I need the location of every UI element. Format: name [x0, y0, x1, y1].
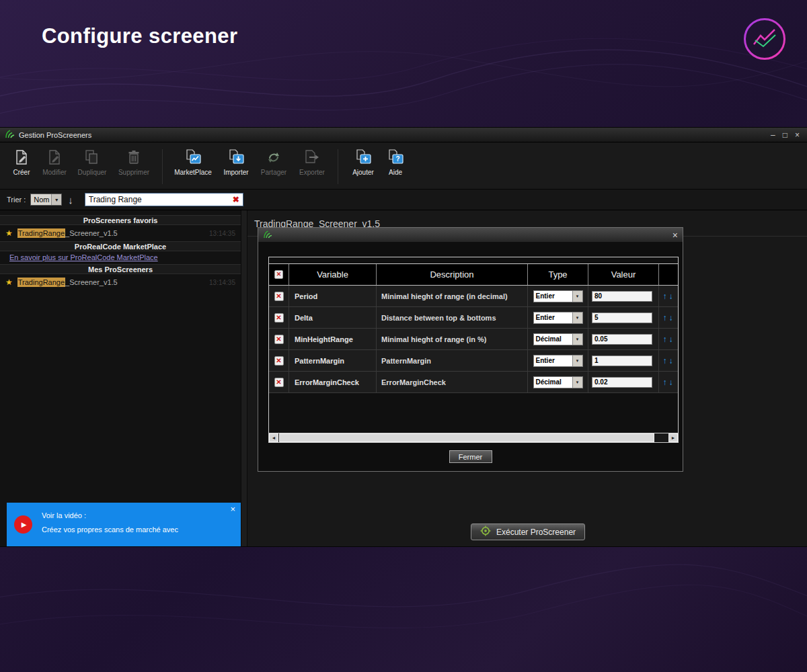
play-icon: ▶	[22, 521, 27, 528]
scroll-right-button[interactable]: ►	[668, 433, 678, 442]
type-select[interactable]: Décimal ▼	[533, 333, 583, 345]
toolbar-button-supprimer[interactable]: Supprimer	[112, 148, 156, 176]
marketplace-link[interactable]: En savoir plus sur ProRealCode MarketPla…	[0, 251, 241, 264]
search-box: ✖	[85, 193, 243, 206]
table-header-row: ✕ Variable Description Type Valeur	[269, 264, 678, 286]
toolbar-label: Importer	[223, 169, 248, 176]
header-description: Description	[377, 264, 528, 285]
section-header-my-screeners: Mes ProScreeners	[0, 264, 241, 274]
move-up-button[interactable]: ↑	[663, 292, 667, 300]
type-select[interactable]: Décimal ▼	[533, 376, 583, 388]
move-down-button[interactable]: ↓	[669, 292, 673, 300]
banner-line1: Voir la vidéo :	[42, 511, 178, 519]
clear-search-button[interactable]: ✖	[233, 195, 239, 204]
value-input[interactable]	[592, 334, 652, 345]
toolbar-button-marketplace[interactable]: MarketPlace	[169, 148, 217, 176]
maximize-button[interactable]: □	[783, 130, 787, 140]
toolbar-button-importer[interactable]: Importer	[217, 148, 255, 176]
table-row: ✕ MinHeightRange Minimal hieght of range…	[269, 329, 678, 350]
header-valeur: Valeur	[588, 264, 659, 285]
value-input[interactable]	[592, 377, 652, 388]
chevron-down-icon: ▼	[572, 355, 582, 366]
dialog-titlebar[interactable]: ×	[258, 228, 683, 242]
fermer-button[interactable]: Fermer	[449, 450, 492, 463]
star-icon: ★	[5, 278, 13, 286]
item-label: _Screener_v1.5	[65, 278, 118, 286]
delete-row-button[interactable]: ✕	[274, 378, 284, 387]
scrollbar-track[interactable]	[654, 433, 668, 442]
sort-select[interactable]: Nom ▼	[30, 194, 62, 206]
list-item-my-screener[interactable]: ★ TradingRange _Screener_v1.5 13:14:35	[0, 276, 241, 289]
chevron-down-icon: ▼	[572, 291, 582, 302]
header-reorder	[659, 264, 677, 285]
dialog-close-button[interactable]: ×	[672, 230, 678, 240]
variable-name: MinHeightRange	[289, 329, 377, 349]
toolbar-button-aide[interactable]: ? Aide	[382, 148, 409, 176]
table-row: ✕ PatternMargin PatternMargin Entier ▼	[269, 350, 678, 372]
move-up-button[interactable]: ↑	[663, 314, 667, 322]
header-variable: Variable	[289, 264, 377, 285]
search-match-highlight: TradingRange	[17, 278, 65, 287]
type-select[interactable]: Entier ▼	[533, 290, 583, 302]
window-titlebar[interactable]: Gestion ProScreeners – □ ×	[0, 128, 807, 142]
star-icon: ★	[5, 229, 13, 237]
variable-name: ErrorMarginCheck	[289, 372, 377, 392]
play-video-button[interactable]: ▶	[14, 515, 32, 534]
value-input[interactable]	[592, 312, 652, 323]
type-select[interactable]: Entier ▼	[533, 312, 583, 324]
move-down-button[interactable]: ↓	[669, 378, 673, 386]
variables-dialog: × ✕ Variable Description Type	[258, 227, 683, 472]
move-down-button[interactable]: ↓	[669, 357, 673, 365]
type-select[interactable]: Entier ▼	[533, 355, 583, 367]
panel-splitter[interactable]	[241, 210, 247, 546]
toolbar-button-modifier[interactable]: Modifier	[36, 148, 73, 176]
page-background: Configure screener Gesti	[0, 0, 807, 672]
toolbar-separator	[162, 149, 163, 184]
dialog-sprout-icon	[263, 229, 272, 241]
video-banner: × ▶ Voir la vidéo : Créez vos propres sc…	[7, 503, 241, 546]
create-icon	[12, 148, 31, 167]
search-match-highlight: TradingRange	[17, 228, 65, 238]
close-button[interactable]: ×	[795, 130, 800, 140]
value-input[interactable]	[592, 291, 652, 302]
list-item-favorite-screener[interactable]: ★ TradingRange _Screener_v1.5 13:14:35	[0, 226, 241, 240]
item-timestamp: 13:14:35	[209, 230, 235, 237]
delete-row-button[interactable]: ✕	[274, 313, 284, 323]
toolbar-label: Aide	[389, 169, 402, 176]
delete-row-button[interactable]: ✕	[274, 292, 284, 301]
header-remove-column: ✕	[269, 264, 289, 285]
scrollbar-thumb[interactable]	[279, 433, 654, 442]
variable-description: ErrorMarginCheck	[377, 372, 528, 392]
type-select-value: Entier	[534, 292, 572, 300]
banner-close-icon[interactable]: ×	[230, 505, 235, 513]
toolbar-label: Dupliquer	[78, 169, 107, 176]
type-select-value: Entier	[534, 314, 572, 321]
delete-row-button[interactable]: ✕	[274, 335, 284, 344]
sort-select-value: Nom	[31, 196, 51, 204]
toolbar-button-dupliquer[interactable]: Dupliquer	[73, 148, 112, 176]
move-up-button[interactable]: ↑	[663, 378, 667, 386]
delete-row-button[interactable]: ✕	[274, 356, 284, 366]
horizontal-scrollbar[interactable]: ◄ ►	[269, 433, 678, 442]
toolbar-button-partager[interactable]: Partager	[255, 148, 293, 176]
minimize-button[interactable]: –	[771, 130, 775, 140]
execute-target-icon	[480, 526, 491, 538]
item-label: _Screener_v1.5	[65, 229, 118, 237]
move-down-button[interactable]: ↓	[669, 314, 673, 322]
move-down-button[interactable]: ↓	[669, 335, 673, 343]
toolbar-button-ajouter[interactable]: Ajouter	[344, 148, 382, 176]
move-up-button[interactable]: ↑	[663, 335, 667, 343]
scroll-left-button[interactable]: ◄	[269, 433, 278, 442]
app-window: Gestion ProScreeners – □ × Créer	[0, 128, 807, 546]
toolbar-button-creer[interactable]: Créer	[7, 148, 36, 176]
execute-button-label: Exécuter ProScreener	[496, 528, 576, 537]
variable-name: PatternMargin	[289, 350, 377, 371]
value-input[interactable]	[592, 355, 652, 366]
marketplace-icon	[184, 148, 202, 167]
move-up-button[interactable]: ↑	[663, 357, 667, 365]
sort-direction-button[interactable]: ↓	[68, 195, 73, 205]
toolbar-button-exporter[interactable]: Exporter	[293, 148, 332, 176]
search-input[interactable]	[89, 195, 233, 204]
execute-proscreener-button[interactable]: Exécuter ProScreener	[471, 523, 585, 540]
section-header-favorites: ProScreeners favoris	[0, 215, 241, 225]
